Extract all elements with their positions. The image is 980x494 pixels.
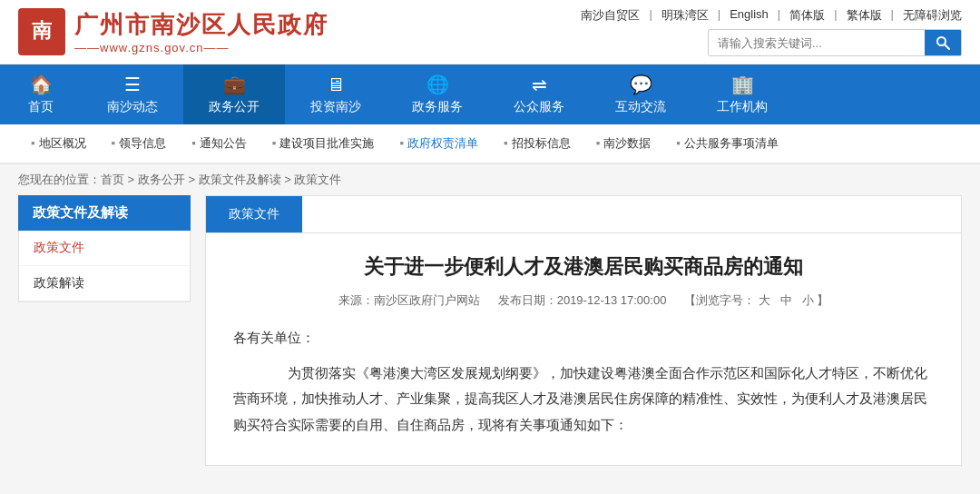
sub-nav-notices[interactable]: 通知公告: [179, 132, 260, 155]
link-simplified[interactable]: 简体版: [789, 7, 825, 24]
tab-policy-doc[interactable]: 政策文件: [206, 196, 302, 232]
svg-line-3: [945, 44, 949, 49]
nav-item-public-service[interactable]: ⇌ 公众服务: [488, 64, 590, 124]
nav-item-gov-service[interactable]: 🌐 政务服务: [387, 64, 488, 124]
breadcrumb: 您现在的位置：首页 > 政务公开 > 政策文件及解读 > 政策文件: [0, 164, 980, 195]
logo-icon: 南: [18, 8, 65, 55]
font-size-ctrl: 【浏览字号： 大 中 小 】: [684, 292, 828, 309]
sub-nav: 地区概况 领导信息 通知公告 建设项目批准实施 政府权责清单 招投标信息 南沙数…: [0, 124, 980, 164]
nav-label-gov-open: 政务公开: [209, 99, 260, 115]
nav-label-org: 工作机构: [717, 99, 768, 115]
logo-area: 南 广州市南沙区人民政府 ——www.gzns.gov.cn——: [18, 8, 328, 55]
nav-label-invest: 投资南沙: [310, 99, 361, 115]
transfer-icon: ⇌: [532, 74, 547, 95]
globe-icon: 🌐: [426, 74, 449, 95]
briefcase-icon: 💼: [223, 74, 246, 95]
tab-bar: 政策文件: [206, 196, 961, 233]
sep3: |: [778, 7, 780, 24]
sub-nav-overview[interactable]: 地区概况: [18, 132, 99, 155]
article-body: 各有关单位： 为贯彻落实《粤港澳大湾区发展规划纲要》，加快建设粤港澳全面合作示范…: [233, 325, 934, 438]
news-icon: ☰: [124, 74, 141, 95]
sep4: |: [834, 7, 837, 24]
nav-item-org[interactable]: 🏢 工作机构: [691, 64, 793, 124]
logo-text: 广州市南沙区人民政府 ——www.gzns.gov.cn——: [74, 9, 328, 54]
content-area: 政策文件及解读 政策文件 政策解读 政策文件 关于进一步便利人才及港澳居民购买商…: [0, 195, 980, 484]
article-meta: 来源：南沙区政府门户网站 发布日期：2019-12-13 17:00:00 【浏…: [233, 292, 934, 309]
search-input[interactable]: [709, 31, 925, 55]
nav-item-nansha-news[interactable]: ☰ 南沙动态: [82, 64, 183, 124]
link-mingzhu[interactable]: 明珠湾区: [662, 7, 709, 24]
font-ctrl-prefix: 【浏览字号：: [684, 293, 755, 307]
article-title: 关于进一步便利人才及港澳居民购买商品房的通知: [233, 252, 934, 282]
nav-label-nansha-news: 南沙动态: [107, 99, 158, 115]
nav-label-home: 首页: [28, 99, 54, 115]
link-accessibility[interactable]: 无障碍浏览: [903, 7, 962, 24]
link-traditional[interactable]: 繁体版: [847, 7, 882, 24]
top-links: 南沙自贸区 | 明珠湾区 | English | 简体版 | 繁体版 | 无障碍…: [581, 7, 962, 24]
article-source: 来源：南沙区政府门户网站: [338, 292, 480, 309]
logo-title: 广州市南沙区人民政府: [74, 9, 328, 41]
sep2: |: [718, 7, 720, 24]
search-bar: [708, 29, 962, 56]
sep5: |: [891, 7, 894, 24]
font-small-btn[interactable]: 小: [802, 293, 814, 307]
building-icon: 🏢: [731, 74, 754, 95]
nav-item-home[interactable]: 🏠 首页: [0, 64, 82, 124]
monitor-icon: 🖥: [327, 74, 345, 95]
sep1: |: [649, 7, 652, 24]
sub-nav-data[interactable]: 南沙数据: [583, 132, 664, 155]
font-mid-btn[interactable]: 中: [780, 293, 792, 307]
nav-item-gov-open[interactable]: 💼 政务公开: [183, 64, 285, 124]
article-date: 发布日期：2019-12-13 17:00:00: [498, 292, 667, 309]
sub-nav-leaders[interactable]: 领导信息: [99, 132, 180, 155]
top-right: 南沙自贸区 | 明珠湾区 | English | 简体版 | 繁体版 | 无障碍…: [581, 7, 962, 56]
article-area: 关于进一步便利人才及港澳居民购买商品房的通知 来源：南沙区政府门户网站 发布日期…: [206, 233, 961, 465]
home-icon: 🏠: [30, 74, 53, 95]
sub-nav-tender[interactable]: 招投标信息: [491, 132, 583, 155]
sidebar-item-policy-doc[interactable]: 政策文件: [19, 231, 190, 266]
sidebar-menu: 政策文件 政策解读: [18, 231, 191, 302]
search-icon: [936, 35, 950, 50]
logo-subtitle: ——www.gzns.gov.cn——: [74, 41, 328, 54]
sub-nav-public-items[interactable]: 公共服务事项清单: [663, 132, 791, 155]
main-nav: 🏠 首页 ☰ 南沙动态 💼 政务公开 🖥 投资南沙 🌐 政务服务 ⇌ 公众服务 …: [0, 64, 980, 124]
font-ctrl-suffix: 】: [817, 293, 828, 307]
svg-text:南: 南: [32, 19, 53, 42]
top-bar: 南 广州市南沙区人民政府 ——www.gzns.gov.cn—— 南沙自贸区 |…: [0, 0, 980, 64]
sub-nav-responsibility[interactable]: 政府权责清单: [387, 132, 491, 155]
chat-icon: 💬: [630, 74, 652, 95]
link-english[interactable]: English: [730, 7, 769, 24]
article-greeting: 各有关单位：: [233, 325, 934, 351]
sidebar-title: 政策文件及解读: [18, 195, 191, 231]
font-large-btn[interactable]: 大: [759, 293, 770, 307]
nav-item-invest[interactable]: 🖥 投资南沙: [285, 64, 387, 124]
sidebar-item-policy-read[interactable]: 政策解读: [19, 266, 190, 301]
article-paragraph-1: 为贯彻落实《粤港澳大湾区发展规划纲要》，加快建设粤港澳全面合作示范区和国际化人才…: [233, 361, 934, 439]
breadcrumb-text: 您现在的位置：首页 > 政务公开 > 政策文件及解读 > 政策文件: [18, 173, 341, 186]
sub-nav-projects[interactable]: 建设项目批准实施: [260, 132, 387, 155]
main-content: 政策文件 关于进一步便利人才及港澳居民购买商品房的通知 来源：南沙区政府门户网站…: [205, 195, 962, 466]
search-button[interactable]: [925, 30, 961, 55]
link-free-trade[interactable]: 南沙自贸区: [581, 7, 640, 24]
nav-item-interaction[interactable]: 💬 互动交流: [590, 64, 691, 124]
nav-label-gov-service: 政务服务: [412, 99, 463, 115]
nav-label-public-service: 公众服务: [514, 99, 564, 115]
sidebar: 政策文件及解读 政策文件 政策解读: [18, 195, 191, 466]
nav-label-interaction: 互动交流: [615, 99, 666, 115]
